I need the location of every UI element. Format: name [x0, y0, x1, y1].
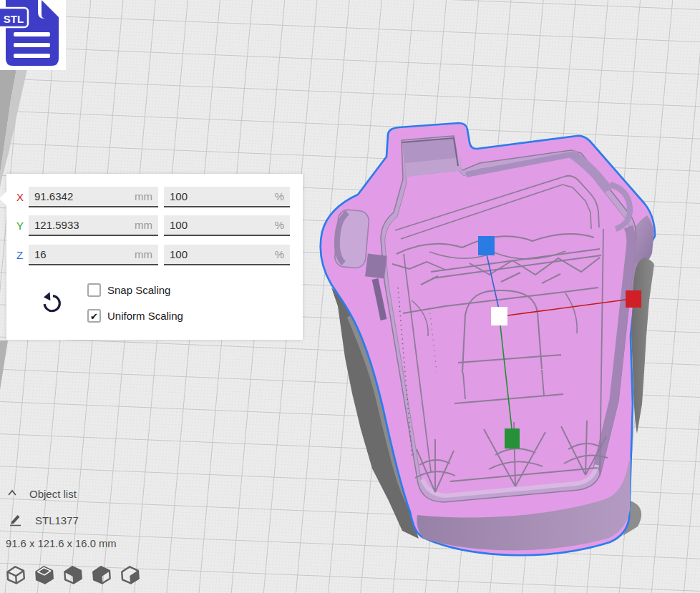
svg-text:STL: STL — [4, 13, 24, 25]
